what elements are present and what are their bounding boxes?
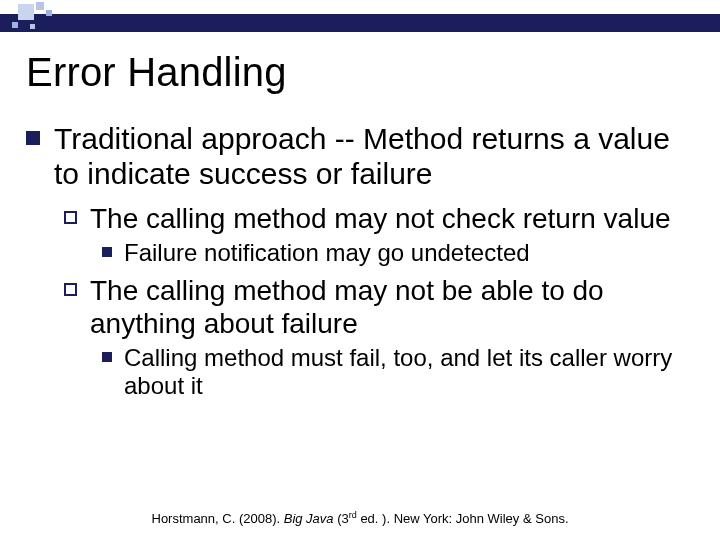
bullet-level1: Traditional approach -- Method returns a… [26,121,694,192]
decor-square-icon [36,2,44,10]
decor-square-icon [12,22,18,28]
bullet-text: Calling method must fail, too, and let i… [124,344,672,400]
slide-body: Error Handling Traditional approach -- M… [0,32,720,401]
decor-square-icon [30,24,35,29]
decor-square-icon [46,10,52,16]
filled-square-bullet-icon [102,352,112,362]
citation-author: Horstmann, C. (2008). [152,511,284,526]
citation-footer: Horstmann, C. (2008). Big Java (3rd ed. … [0,510,720,526]
filled-square-bullet-icon [102,247,112,257]
bullet-text: The calling method may not check return … [90,203,671,234]
slide-title: Error Handling [26,50,694,95]
bullet-level3: Calling method must fail, too, and let i… [102,344,694,402]
bullet-level2: The calling method may not be able to do… [64,274,694,340]
citation-title: Big Java [284,511,337,526]
bullet-text: The calling method may not be able to do… [90,275,604,339]
citation-superscript: rd [349,510,357,520]
filled-square-bullet-icon [26,131,40,145]
decor-square-icon [18,4,34,20]
citation-edition: (3 [337,511,349,526]
bullet-level2: The calling method may not check return … [64,202,694,235]
decorative-top-bar [0,0,720,32]
bullet-text: Traditional approach -- Method returns a… [54,122,670,190]
open-square-bullet-icon [64,283,77,296]
bullet-level3: Failure notification may go undetected [102,239,694,268]
open-square-bullet-icon [64,211,77,224]
bullet-text: Failure notification may go undetected [124,239,530,266]
citation-publisher: ed. ). New York: John Wiley & Sons. [357,511,569,526]
